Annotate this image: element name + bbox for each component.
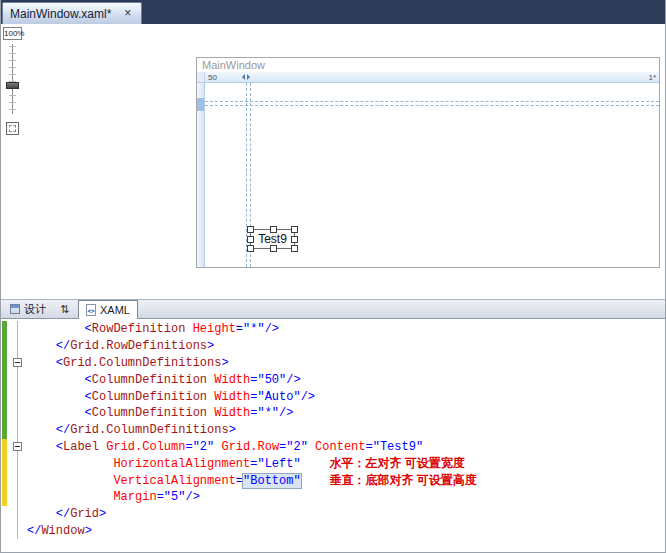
selected-label-control[interactable]: Test9 xyxy=(250,229,295,249)
change-tracking-bar xyxy=(2,455,7,472)
column-width-label: 50 xyxy=(208,73,217,82)
fold-gutter xyxy=(10,355,24,372)
code-line[interactable]: <RowDefinition Height="*"/> xyxy=(1,321,665,338)
swap-panes-button[interactable]: ⇅ xyxy=(56,301,73,317)
zoom-slider[interactable] xyxy=(6,44,19,114)
change-tracking-bar xyxy=(2,338,7,355)
change-tracking-bar xyxy=(2,355,7,372)
fold-gutter xyxy=(10,371,24,388)
column-ruler[interactable]: 50 1* xyxy=(205,72,659,83)
code-lines: <RowDefinition Height="*"/> </Grid.RowDe… xyxy=(1,321,665,539)
fold-gutter xyxy=(10,338,24,355)
code-line[interactable]: </Window> xyxy=(1,523,665,540)
zoom-slider-thumb[interactable] xyxy=(6,82,19,89)
selection-handle[interactable] xyxy=(291,236,298,243)
fold-gutter xyxy=(10,321,24,338)
code-text: </Grid.RowDefinitions> xyxy=(27,339,214,353)
preview-window-title: MainWindow xyxy=(197,58,659,72)
fold-gutter xyxy=(10,489,24,506)
code-line[interactable]: <ColumnDefinition Width="50"/> xyxy=(1,371,665,388)
selection-handle[interactable] xyxy=(247,245,254,252)
xaml-doc-icon: <> xyxy=(86,304,96,316)
design-canvas[interactable]: 50 1* Test9 xyxy=(197,72,659,267)
selection-handle[interactable] xyxy=(247,236,254,243)
collapse-icon[interactable] xyxy=(13,442,22,451)
fold-gutter xyxy=(10,506,24,523)
grid-row-line xyxy=(205,101,659,102)
code-text: <ColumnDefinition Width="Auto"/> xyxy=(27,390,315,404)
row-boundary-marker xyxy=(197,98,204,111)
grid-row-line xyxy=(205,105,659,106)
design-preview[interactable]: MainWindow 50 1* Test9 xyxy=(196,57,660,268)
code-text: </Window> xyxy=(27,524,92,538)
fold-gutter xyxy=(10,455,24,472)
ruler-corner xyxy=(197,72,205,83)
code-line[interactable]: </Grid.RowDefinitions> xyxy=(1,338,665,355)
vertical-swap-icon: ⇅ xyxy=(60,303,69,316)
document-tab-bar: MainWindow.xaml* × xyxy=(1,0,665,24)
vs-window: MainWindow.xaml* × 100% MainWindow 50 1* xyxy=(0,0,666,553)
zoom-level-display[interactable]: 100% xyxy=(3,27,22,40)
change-tracking-bar xyxy=(2,472,7,489)
fold-gutter xyxy=(10,472,24,489)
row-ruler[interactable] xyxy=(197,83,205,267)
selection-handle[interactable] xyxy=(270,245,277,252)
code-text: </Grid> xyxy=(27,507,106,521)
selection-handle[interactable] xyxy=(291,245,298,252)
change-tracking-bar xyxy=(2,439,7,456)
change-tracking-bar xyxy=(2,489,7,506)
code-line[interactable]: </Grid.ColumnDefinitions> xyxy=(1,422,665,439)
code-text: Margin="5"/> xyxy=(27,490,200,504)
selection-handle[interactable] xyxy=(291,226,298,233)
code-text: VerticalAlignment="Bottom" 垂直：底部对齐 可设置高度 xyxy=(27,472,477,489)
code-line[interactable]: <ColumnDefinition Width="*"/> xyxy=(1,405,665,422)
code-text: <Label Grid.Column="2" Grid.Row="2" Cont… xyxy=(27,440,423,454)
code-line[interactable]: Margin="5"/> xyxy=(1,489,665,506)
document-tab[interactable]: MainWindow.xaml* × xyxy=(2,2,142,24)
code-text: <RowDefinition Height="*"/> xyxy=(27,322,279,336)
code-text: </Grid.ColumnDefinitions> xyxy=(27,423,236,437)
code-line[interactable]: <ColumnDefinition Width="Auto"/> xyxy=(1,388,665,405)
fold-gutter xyxy=(10,439,24,456)
tab-xaml-label: XAML xyxy=(100,304,130,316)
code-text: <Grid.ColumnDefinitions> xyxy=(27,356,229,370)
code-line[interactable]: <Grid.ColumnDefinitions> xyxy=(1,355,665,372)
code-line[interactable]: VerticalAlignment="Bottom" 垂直：底部对齐 可设置高度 xyxy=(1,472,665,489)
change-tracking-bar xyxy=(2,388,7,405)
close-icon[interactable]: × xyxy=(121,7,134,20)
selection-handle[interactable] xyxy=(270,226,277,233)
change-tracking-bar xyxy=(2,422,7,439)
change-tracking-bar xyxy=(2,321,7,338)
change-tracking-bar xyxy=(2,371,7,388)
change-tracking-bar xyxy=(2,523,7,540)
selection-handle[interactable] xyxy=(247,226,254,233)
fit-to-screen-button[interactable] xyxy=(6,122,19,135)
pane-switcher-bar: 设计 ⇅ <> XAML xyxy=(1,299,665,319)
code-line[interactable]: </Grid> xyxy=(1,506,665,523)
fold-gutter xyxy=(10,388,24,405)
fold-gutter xyxy=(10,422,24,439)
document-tab-label: MainWindow.xaml* xyxy=(10,7,111,21)
tab-design-label: 设计 xyxy=(24,302,46,317)
change-tracking-bar xyxy=(2,506,7,523)
code-text: HorizontalAlignment="Left" 水平：左对齐 可设置宽度 xyxy=(27,455,465,472)
code-text: <ColumnDefinition Width="*"/> xyxy=(27,406,293,420)
tab-design[interactable]: 设计 xyxy=(5,301,51,317)
column-boundary-marker-icon xyxy=(242,73,250,81)
collapse-icon[interactable] xyxy=(13,358,22,367)
code-text: <ColumnDefinition Width="50"/> xyxy=(27,373,301,387)
xaml-code-editor[interactable]: <RowDefinition Height="*"/> </Grid.RowDe… xyxy=(1,319,665,552)
star-column-label: 1* xyxy=(648,73,656,82)
form-designer-icon xyxy=(10,304,20,314)
code-line[interactable]: HorizontalAlignment="Left" 水平：左对齐 可设置宽度 xyxy=(1,455,665,472)
tab-xaml[interactable]: <> XAML xyxy=(78,300,138,319)
code-line[interactable]: <Label Grid.Column="2" Grid.Row="2" Cont… xyxy=(1,439,665,456)
fold-gutter xyxy=(10,405,24,422)
change-tracking-bar xyxy=(2,405,7,422)
zoom-panel: 100% xyxy=(3,27,22,135)
fold-gutter xyxy=(10,523,24,540)
designer-pane: 100% MainWindow 50 1* xyxy=(1,24,665,299)
label-text: Test9 xyxy=(258,232,287,246)
